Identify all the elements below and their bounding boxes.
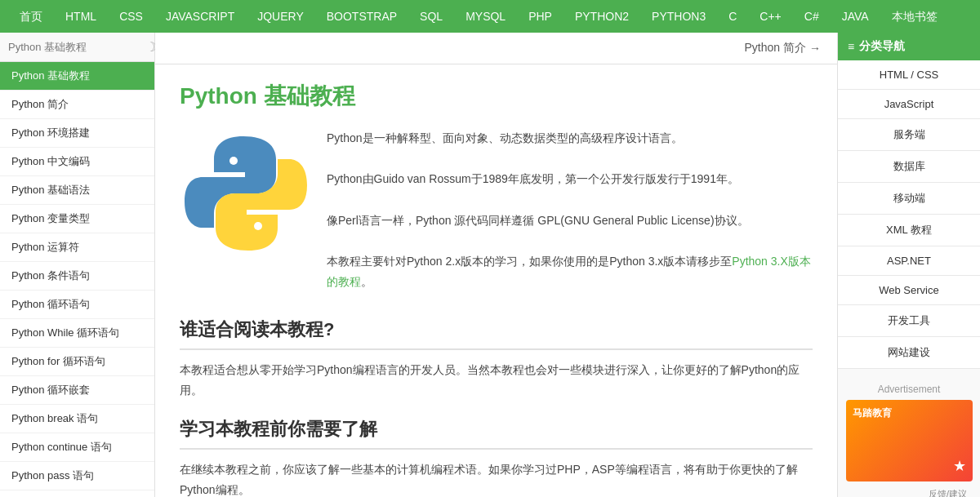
sidebar-item-2[interactable]: Python 环境搭建 <box>0 119 154 148</box>
nav-item-bootstrap[interactable]: BOOTSTRAP <box>315 0 408 33</box>
right-nav-item-2[interactable]: 服务端 <box>838 119 980 151</box>
nav-item-cpp[interactable]: C++ <box>748 0 792 33</box>
right-nav-item-8[interactable]: 开发工具 <box>838 305 980 337</box>
nav-item-home[interactable]: 首页 <box>8 0 54 33</box>
intro-para3: 像Perl语言一样，Python 源代码同样遵循 GPL(GNU General… <box>327 211 813 231</box>
advertisement-box: Advertisement 马踏教育 ★ 反馈/建议 <box>838 377 980 497</box>
intro-para4-pre: 本教程主要针对Python 2.x版本的学习，如果你使用的是Python 3.x… <box>327 255 732 268</box>
right-nav-item-1[interactable]: JavaScript <box>838 90 980 119</box>
sidebar-item-14[interactable]: Python pass 语句 <box>0 462 154 490</box>
advertisement-label: Advertisement <box>844 384 973 395</box>
right-nav-item-9[interactable]: 网站建设 <box>838 337 980 369</box>
nav-item-csharp[interactable]: C# <box>793 0 831 33</box>
feedback-button[interactable]: 反馈/建议 <box>844 485 973 497</box>
search-input[interactable] <box>8 41 145 53</box>
section2-title: 学习本教程前你需要了解 <box>180 417 813 450</box>
sidebar-item-12[interactable]: Python break 语句 <box>0 405 154 433</box>
nav-item-css[interactable]: CSS <box>108 0 154 33</box>
nav-item-jquery[interactable]: JQUERY <box>246 0 315 33</box>
nav-item-mysql[interactable]: MYSQL <box>454 0 517 33</box>
sidebar-menu: Python 基础教程Python 简介Python 环境搭建Python 中文… <box>0 62 154 497</box>
right-nav-item-3[interactable]: 数据库 <box>838 151 980 183</box>
sidebar-item-15[interactable]: Python Number(数字) <box>0 490 154 497</box>
intro-para4: 本教程主要针对Python 2.x版本的学习，如果你使用的是Python 3.x… <box>327 251 813 292</box>
sidebar-item-0[interactable]: Python 基础教程 <box>0 62 154 91</box>
svg-point-0 <box>229 157 238 165</box>
right-section-title: ≡ 分类导航 <box>838 33 980 60</box>
right-nav-item-5[interactable]: XML 教程 <box>838 215 980 246</box>
sidebar-item-4[interactable]: Python 基础语法 <box>0 176 154 205</box>
ad-image: 马踏教育 ★ <box>846 400 973 481</box>
sidebar-item-7[interactable]: Python 条件语句 <box>0 262 154 291</box>
next-page-link[interactable]: Python 简介 → <box>745 41 821 55</box>
nav-item-sql[interactable]: SQL <box>408 0 454 33</box>
arrow-icon: → <box>809 42 821 55</box>
main-content: Python 简介 → Python 基础教程 Py <box>155 33 837 497</box>
sidebar-item-8[interactable]: Python 循环语句 <box>0 291 154 319</box>
content-header: Python 简介 → <box>155 33 837 64</box>
sidebar-item-3[interactable]: Python 中文编码 <box>0 148 154 176</box>
right-nav-item-4[interactable]: 移动端 <box>838 183 980 215</box>
intro-para1: Python是一种解释型、面向对象、动态数据类型的高级程序设计语言。 <box>327 128 813 149</box>
sidebar-item-1[interactable]: Python 简介 <box>0 91 154 119</box>
top-navigation: 首页HTMLCSSJAVASCRIPTJQUERYBOOTSTRAPSQLMYS… <box>0 0 980 33</box>
nav-item-python2[interactable]: PYTHON2 <box>564 0 640 33</box>
sidebar-item-13[interactable]: Python continue 语句 <box>0 433 154 462</box>
section1-text: 本教程适合想从零开始学习Python编程语言的开发人员。当然本教程也会对一些模块… <box>180 360 813 401</box>
intro-para4-post: 。 <box>361 275 372 288</box>
nav-item-js[interactable]: JAVASCRIPT <box>154 0 246 33</box>
left-sidebar: ☽ Python 基础教程Python 简介Python 环境搭建Python … <box>0 33 155 497</box>
intro-section: Python是一种解释型、面向对象、动态数据类型的高级程序设计语言。 Pytho… <box>180 128 813 293</box>
nav-grid-icon: ≡ <box>848 40 854 53</box>
right-nav-menu: HTML / CSSJavaScript服务端数据库移动端XML 教程ASP.N… <box>838 60 980 369</box>
sidebar-item-9[interactable]: Python While 循环语句 <box>0 319 154 348</box>
content-body: Python 基础教程 Python是一种解释型、面向对象、动态数据类型的高级程… <box>155 64 837 497</box>
ad-text: 马踏教育 <box>853 406 892 420</box>
section2-text: 在继续本教程之前，你应该了解一些基本的计算机编程术语。如果你学习过PHP，ASP… <box>180 459 813 497</box>
right-sidebar: ≡ 分类导航 HTML / CSSJavaScript服务端数据库移动端XML … <box>837 33 980 497</box>
nav-item-html[interactable]: HTML <box>54 0 108 33</box>
page-title: Python 基础教程 <box>180 81 813 112</box>
right-sidebar-title-label: 分类导航 <box>859 39 905 54</box>
sidebar-item-5[interactable]: Python 变量类型 <box>0 205 154 233</box>
nav-item-python3[interactable]: PYTHON3 <box>640 0 717 33</box>
nav-item-bookmarks[interactable]: 本地书签 <box>880 0 949 33</box>
python-logo <box>180 128 310 259</box>
sidebar-item-10[interactable]: Python for 循环语句 <box>0 348 154 376</box>
sidebar-search-bar: ☽ <box>0 33 154 62</box>
sidebar-item-11[interactable]: Python 循环嵌套 <box>0 376 154 405</box>
right-nav-item-7[interactable]: Web Service <box>838 276 980 305</box>
section1-title: 谁适合阅读本教程? <box>180 317 813 350</box>
nav-item-php[interactable]: PHP <box>517 0 564 33</box>
ad-star-icon: ★ <box>953 457 966 475</box>
intro-para2: Python由Guido van Rossum于1989年底发明，第一个公开发行… <box>327 169 813 189</box>
nav-item-c[interactable]: C <box>717 0 748 33</box>
right-nav-item-6[interactable]: ASP.NET <box>838 246 980 276</box>
nav-item-java[interactable]: JAVA <box>831 0 880 33</box>
sidebar-item-6[interactable]: Python 运算符 <box>0 233 154 262</box>
next-page-label: Python 简介 <box>745 41 806 55</box>
svg-point-1 <box>254 222 262 230</box>
right-nav-item-0[interactable]: HTML / CSS <box>838 60 980 90</box>
intro-text: Python是一种解释型、面向对象、动态数据类型的高级程序设计语言。 Pytho… <box>327 128 813 293</box>
